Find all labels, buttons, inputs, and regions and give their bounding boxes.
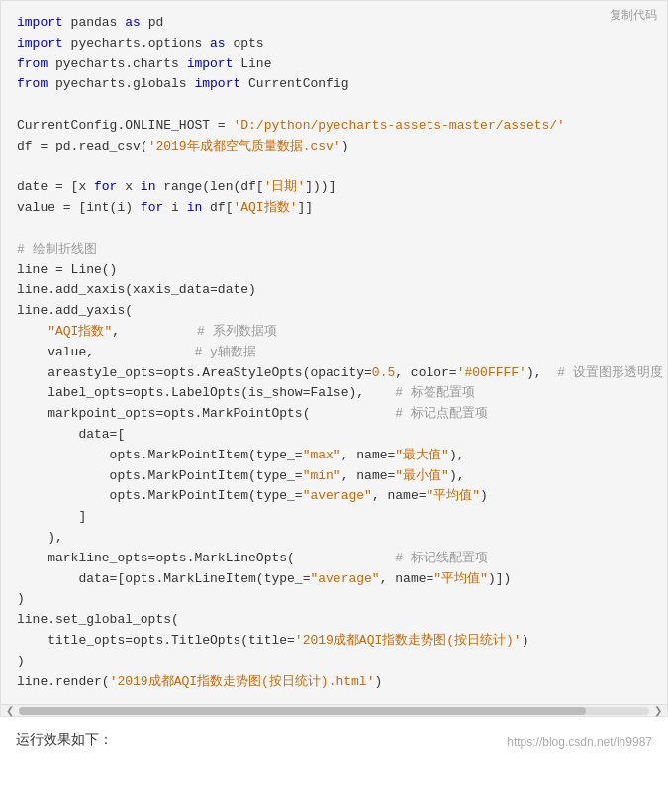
code-scroll-area[interactable]: import pandas as pd import pyecharts.opt… — [1, 1, 667, 704]
scroll-left-arrow[interactable]: ❮ — [3, 705, 17, 717]
scrollbar-thumb[interactable] — [19, 707, 586, 715]
horizontal-scrollbar[interactable]: ❮ ❯ — [1, 704, 667, 716]
copy-button[interactable]: 复制代码 — [610, 7, 657, 24]
footer-area: 运行效果如下： https://blog.csdn.net/lh9987 — [0, 717, 668, 757]
code-content: import pandas as pd import pyecharts.opt… — [17, 13, 651, 692]
scroll-right-arrow[interactable]: ❯ — [651, 705, 665, 717]
code-block: 复制代码 import pandas as pd import pyechart… — [0, 0, 668, 717]
run-result-label: 运行效果如下： — [16, 731, 113, 749]
scrollbar-track[interactable] — [19, 707, 649, 715]
csdn-watermark: https://blog.csdn.net/lh9987 — [507, 735, 652, 749]
